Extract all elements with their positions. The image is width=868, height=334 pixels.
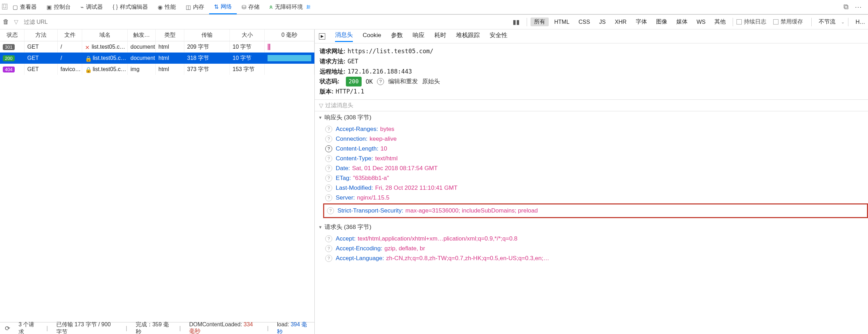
a11y-icon: ጰ [269, 4, 273, 10]
filter-media[interactable]: 媒体 [673, 18, 691, 26]
header-name: Server: [336, 193, 355, 202]
header-name: Content-Length: [336, 144, 378, 153]
table-row[interactable]: 301GET/⨯list.test05.c…documenthtml209 字节… [0, 41, 314, 53]
help-icon[interactable]: ? [325, 235, 332, 242]
response-headers-title[interactable]: ▼响应头 (308 字节) [315, 111, 868, 124]
console-icon: ▣ [47, 4, 52, 11]
help-icon[interactable]: ? [325, 175, 332, 182]
tab-inspector[interactable]: ▢查看器 [8, 0, 42, 14]
tab-label: 样式编辑器 [120, 4, 148, 11]
filter-xhr[interactable]: XHR [611, 18, 630, 26]
help-icon[interactable]: ? [325, 155, 332, 162]
raw-headers-button[interactable]: 原始头 [422, 77, 440, 86]
help-icon[interactable]: ? [325, 185, 332, 192]
header-value: Fri, 28 Oct 2022 11:10:41 GMT [375, 183, 457, 193]
more-icon[interactable]: ⋯ [855, 3, 862, 11]
pause-icon[interactable]: ▮▮ [513, 18, 520, 26]
detail-tabs: ▶ 消息头 Cookie 参数 响应 耗时 堆栈跟踪 安全性 [315, 29, 868, 43]
col-size[interactable]: 大小 [230, 29, 265, 41]
help-icon[interactable]: ? [325, 145, 332, 152]
dtab-timings[interactable]: 耗时 [434, 31, 446, 41]
dtab-headers[interactable]: 消息头 [335, 31, 353, 42]
checkbox-label: 禁用缓存 [781, 18, 803, 26]
col-type[interactable]: 类型 [156, 29, 184, 41]
help-icon[interactable]: ? [325, 135, 332, 142]
col-transfer[interactable]: 传输 [184, 29, 230, 41]
method-value: GET [348, 58, 358, 65]
transfer-cell: 373 字节 [184, 64, 230, 75]
tab-network[interactable]: ⇅网络 [209, 0, 237, 14]
tab-debugger[interactable]: ⌁调试器 [76, 0, 108, 14]
col-method[interactable]: 方法 [24, 29, 58, 41]
filter-all[interactable]: 所有 [531, 18, 549, 26]
request-headers-title[interactable]: ▼请求头 (368 字节) [315, 221, 868, 233]
har-button[interactable]: H… [855, 19, 865, 25]
dtab-stack[interactable]: 堆栈跟踪 [456, 31, 480, 41]
storage-icon: ⛁ [242, 4, 246, 11]
tab-a11y[interactable]: ጰ无障碍环境新 [264, 0, 315, 14]
headers-filter[interactable]: ▽ 过滤消息头 [315, 99, 868, 111]
filter-html[interactable]: HTML [551, 18, 573, 26]
tab-label: 查看器 [20, 4, 37, 11]
help-icon[interactable]: ? [325, 245, 332, 252]
tab-perf[interactable]: ◉性能 [153, 0, 181, 14]
col-status[interactable]: 状态 [0, 29, 24, 41]
filter-ws[interactable]: WS [693, 18, 709, 26]
dtab-params[interactable]: 参数 [391, 31, 403, 41]
help-icon[interactable]: ? [325, 165, 332, 172]
tab-console[interactable]: ▣控制台 [42, 0, 76, 14]
help-icon[interactable]: ? [327, 207, 334, 214]
tab-label: 控制台 [54, 4, 71, 11]
tab-storage[interactable]: ⛁存储 [237, 0, 264, 14]
reload-icon[interactable]: ⟳ [5, 325, 10, 332]
lock-icon: ⨯ [85, 44, 90, 50]
header-name: Content-Type: [336, 154, 373, 163]
help-icon[interactable]: ? [325, 194, 332, 201]
finish-time: 完成：359 毫秒 [136, 321, 171, 334]
edit-resend-button[interactable]: 编辑和重发 [388, 77, 418, 86]
dtab-response[interactable]: 响应 [413, 31, 425, 41]
tab-memory[interactable]: ◫内存 [181, 0, 209, 14]
lock-icon: 🔒 [85, 55, 91, 61]
clear-icon[interactable]: 🗑 [3, 18, 9, 26]
url-label: 请求网址: [320, 48, 346, 55]
section-label: 请求头 (368 字节) [325, 223, 371, 231]
throttle-select[interactable]: 不节流 [819, 18, 835, 26]
col-domain[interactable]: 域名 [82, 29, 128, 41]
waterfall-cell [265, 41, 314, 53]
chevron-down-icon: ⌄ [841, 20, 845, 25]
checkbox-label: 持续日志 [744, 18, 766, 26]
help-icon[interactable]: ? [325, 255, 332, 262]
col-timeline[interactable]: 0 毫秒 [265, 29, 314, 41]
disable-cache-checkbox[interactable]: 禁用缓存 [773, 18, 803, 26]
size-cell: 10 字节 [230, 53, 265, 64]
dtab-security[interactable]: 安全性 [490, 31, 507, 41]
filter-images[interactable]: 图像 [653, 18, 671, 26]
size-cell: 10 字节 [230, 41, 265, 53]
filter-fonts[interactable]: 字体 [632, 18, 650, 26]
header-name: Accept-Language: [336, 254, 384, 263]
col-file[interactable]: 文件 [58, 29, 82, 41]
filter-css[interactable]: CSS [575, 18, 593, 26]
status-text: OK [366, 77, 373, 86]
dock-side-icon[interactable]: ⧉ [844, 3, 848, 11]
table-row[interactable]: 404GETfavico…🔒list.test05.c…imghtml373 字… [0, 64, 314, 75]
version-label: 版本: [320, 88, 334, 95]
toggle-detail-icon[interactable]: ▶ [319, 33, 325, 40]
tab-style[interactable]: { }样式编辑器 [108, 0, 153, 14]
filter-js[interactable]: JS [596, 18, 609, 26]
table-row[interactable]: 200GET/🔒list.test05.c…documenthtml318 字节… [0, 53, 314, 64]
persist-logs-checkbox[interactable]: 持续日志 [737, 18, 766, 26]
header-value: zh-CN,zh;q=0.8,zh-TW;q=0.7,zh-HK;q=0.5,e… [386, 254, 549, 263]
section-label: 响应头 (308 字节) [325, 113, 371, 121]
domain-cell: ⨯list.test05.c… [82, 41, 128, 53]
help-icon[interactable]: ? [325, 126, 332, 133]
col-cause[interactable]: 触发… [128, 29, 156, 41]
header-value: text/html,application/xhtml+xm…plication… [358, 234, 518, 243]
help-icon[interactable]: ? [377, 78, 384, 85]
filter-other[interactable]: 其他 [711, 18, 729, 26]
dtab-cookie[interactable]: Cookie [363, 32, 381, 41]
pick-element-icon[interactable]: ⿶ [2, 4, 8, 10]
file-cell: / [58, 53, 82, 64]
url-filter-input[interactable] [22, 18, 176, 27]
